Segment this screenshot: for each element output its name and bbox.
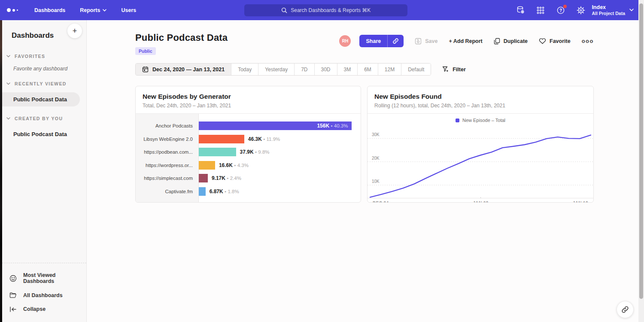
bar-row: Libsyn WebEngine 2.046.3K • 11.9% <box>136 133 361 146</box>
bar-category-label: Anchor Podcasts <box>136 123 199 128</box>
bar-value-label: 6.87K • 1.8% <box>210 188 239 194</box>
background-window-edge <box>0 20 2 322</box>
search-placeholder: Search Dashboards & Reports ⌘K <box>291 7 371 13</box>
svg-text:?: ? <box>559 8 562 13</box>
section-created-by-you-toggle[interactable]: CREATED BY YOU <box>2 116 86 121</box>
share-link-icon[interactable] <box>387 35 404 47</box>
save-button[interactable]: Save <box>415 38 437 45</box>
apps-grid-icon[interactable] <box>536 6 545 15</box>
sidebar: Dashboards + FAVORITES Favorite any dash… <box>2 20 87 322</box>
y-tick-label: 30K <box>372 132 380 137</box>
sidebar-item-public-podcast-data-2[interactable]: Public Podcast Data <box>2 127 86 141</box>
bar-track: 37.9K • 9.8% <box>199 148 361 156</box>
chevron-down-icon <box>629 9 634 12</box>
bar-value-label: 46.3K • 11.9% <box>248 136 280 142</box>
range-button-12m[interactable]: 12M <box>378 64 401 75</box>
x-tick-jan-03: JAN 03 <box>473 201 488 203</box>
bar <box>199 174 208 182</box>
chevron-down-icon <box>103 9 106 12</box>
bar-row: https://wordpress.or...16.6K • 4.3% <box>136 159 361 172</box>
axis-tick <box>480 197 481 198</box>
calendar-icon <box>142 66 149 73</box>
section-created-by-you-label: CREATED BY YOU <box>15 116 63 121</box>
favorite-label: Favorite <box>550 38 571 44</box>
y-tick-label: 10K <box>372 179 380 184</box>
range-button-6m[interactable]: 6M <box>358 64 378 75</box>
date-range-picker[interactable]: Dec 24, 2020 — Jan 13, 2021 <box>136 64 231 75</box>
app-logo-icon[interactable] <box>7 8 18 12</box>
date-range-control: Dec 24, 2020 — Jan 13, 2021 TodayYesterd… <box>135 63 431 76</box>
data-sources-icon[interactable] <box>516 6 525 15</box>
help-icon[interactable]: ? <box>556 6 565 15</box>
most-viewed-dashboards-button[interactable]: Most Viewed Dashboards <box>2 268 86 288</box>
share-button[interactable]: Share <box>359 35 404 47</box>
bar-chart-title: New Episodes by Generator <box>143 93 354 100</box>
bar <box>199 187 206 196</box>
bar-category-label: https://wordpress.or... <box>136 163 199 168</box>
section-recently-viewed-toggle[interactable]: RECENTLY VIEWED <box>2 81 86 86</box>
bar-value-label: 37.9K • 9.8% <box>240 149 270 155</box>
line-chart-subtitle: Rolling (12 hours), total, Dec 24th, 202… <box>374 103 586 109</box>
section-favorites-toggle[interactable]: FAVORITES <box>2 54 86 59</box>
bar: 156K • 40.3% <box>199 122 352 130</box>
filter-funnel-icon <box>442 66 449 73</box>
smiley-icon <box>9 275 17 282</box>
chevron-down-icon <box>6 117 10 120</box>
duplicate-button[interactable]: Duplicate <box>494 38 528 45</box>
bar-track: 16.6K • 4.3% <box>199 161 361 170</box>
range-button-30d[interactable]: 30D <box>315 64 337 75</box>
top-nav: Dashboards Reports Users <box>34 7 136 13</box>
duplicate-label: Duplicate <box>504 38 528 44</box>
workspace-switcher[interactable]: Index All Project Data <box>592 4 634 16</box>
collapse-sidebar-button[interactable]: Collapse <box>2 302 86 316</box>
more-actions-button[interactable]: ooo <box>582 38 594 44</box>
bar <box>199 161 215 170</box>
legend-label: New Episode – Total <box>462 118 505 123</box>
bar-category-label: Captivate.fm <box>136 189 199 194</box>
bar-row: Anchor Podcasts156K • 40.3% <box>136 119 361 133</box>
main-content: Public Podcast Data Public RH Share Save <box>87 20 644 322</box>
nav-reports[interactable]: Reports <box>80 7 106 13</box>
nav-dashboards[interactable]: Dashboards <box>34 7 65 13</box>
sidebar-item-public-podcast-data[interactable]: Public Podcast Data <box>2 92 80 106</box>
bar <box>199 135 244 143</box>
filter-button[interactable]: Filter <box>442 66 466 73</box>
x-axis: DEC 24 JAN 03 JAN 13 <box>368 198 593 203</box>
page-scrollbar <box>638 0 644 322</box>
most-viewed-label: Most Viewed Dashboards <box>23 272 86 284</box>
favorite-button[interactable]: Favorite <box>539 38 571 44</box>
scrollbar-thumb[interactable] <box>639 3 643 299</box>
nav-users[interactable]: Users <box>121 7 136 13</box>
bar-row: https://simplecast.com9.17K • 2.4% <box>136 172 361 185</box>
avatar[interactable]: RH <box>339 35 351 47</box>
add-dashboard-button[interactable]: + <box>67 24 82 38</box>
bar-row: https://podbean.com...37.9K • 9.8% <box>136 146 361 159</box>
bar-track: 6.87K • 1.8% <box>199 187 361 196</box>
line-chart-title: New Episodes Found <box>374 93 586 100</box>
bar-track: 46.3K • 11.9% <box>199 135 361 143</box>
share-label: Share <box>359 35 387 47</box>
save-label: Save <box>425 38 437 44</box>
bar-chart-card: New Episodes by Generator Total, Dec 24t… <box>135 86 361 203</box>
range-button-today[interactable]: Today <box>231 64 258 75</box>
line-series <box>370 135 591 197</box>
range-button-3m[interactable]: 3M <box>337 64 358 75</box>
x-tick-dec-24: DEC 24 <box>373 201 389 203</box>
nav-dashboards-label: Dashboards <box>34 7 65 13</box>
copy-link-fab[interactable] <box>617 301 634 318</box>
nav-users-label: Users <box>121 7 136 13</box>
chevron-down-icon <box>6 82 10 85</box>
y-tick-label: 20K <box>372 156 380 161</box>
settings-gear-icon[interactable] <box>576 6 586 15</box>
range-button-7d[interactable]: 7D <box>295 64 314 75</box>
bar-value-label: 156K • 40.3% <box>317 123 352 129</box>
add-report-button[interactable]: + Add Report <box>449 38 482 44</box>
chart-legend: New Episode – Total <box>368 115 593 126</box>
chevron-down-icon <box>6 55 10 58</box>
all-dashboards-button[interactable]: All Dashboards <box>2 288 86 302</box>
search-input[interactable]: Search Dashboards & Reports ⌘K <box>244 4 407 16</box>
workspace-name: Index <box>592 4 625 11</box>
range-button-default[interactable]: Default <box>401 64 431 75</box>
duplicate-icon <box>494 38 500 45</box>
range-button-yesterday[interactable]: Yesterday <box>258 64 295 75</box>
